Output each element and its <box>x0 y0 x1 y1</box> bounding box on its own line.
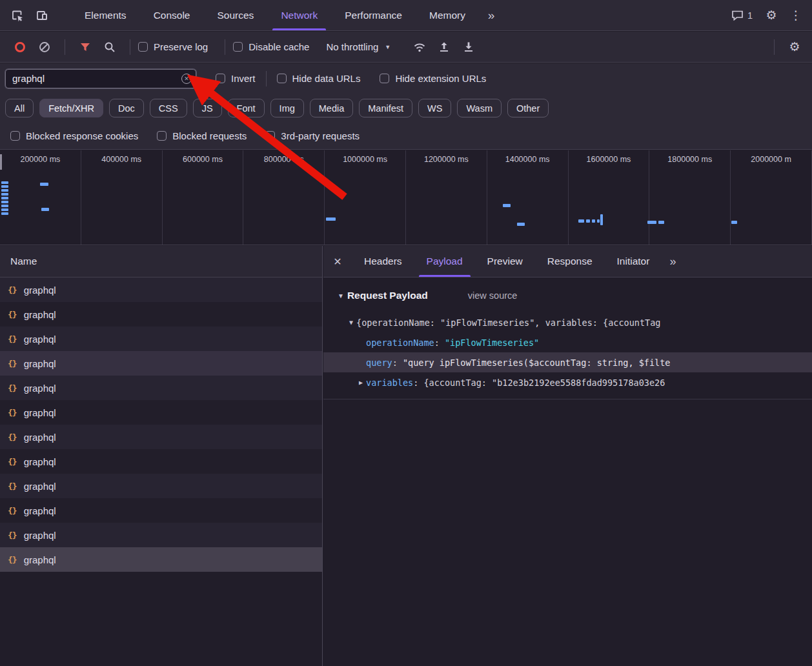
chip-doc[interactable]: Doc <box>109 99 144 117</box>
request-row[interactable]: {}graphql <box>0 278 322 302</box>
collapse-triangle-icon[interactable]: ▼ <box>338 292 344 299</box>
network-overview-timeline[interactable]: 200000 ms 400000 ms 600000 ms 800000 ms … <box>0 150 812 245</box>
checkbox-box[interactable] <box>138 42 148 52</box>
hide-data-urls-checkbox[interactable]: Hide data URLs <box>277 73 361 84</box>
expand-triangle-icon[interactable]: ▶ <box>359 379 363 386</box>
import-har-icon[interactable] <box>432 35 456 59</box>
tab-performance[interactable]: Performance <box>331 0 416 30</box>
chip-other[interactable]: Other <box>507 99 549 117</box>
payload-operation-row[interactable]: operationName: "ipFlowTimeseries" <box>323 332 812 352</box>
request-row[interactable]: {}graphql <box>0 474 322 498</box>
request-row[interactable]: {}graphql <box>0 400 322 425</box>
blocked-requests-checkbox[interactable]: Blocked requests <box>157 130 247 141</box>
tab-network[interactable]: Network <box>267 0 331 30</box>
chip-media[interactable]: Media <box>310 99 354 117</box>
timeline-request-bar[interactable] <box>658 221 664 224</box>
device-toolbar-icon[interactable] <box>30 3 54 28</box>
timeline-request-bar[interactable] <box>647 221 656 224</box>
timeline-request-bar[interactable] <box>592 219 595 223</box>
tab-preview[interactable]: Preview <box>475 246 535 277</box>
filter-input[interactable] <box>5 69 196 88</box>
clear-network-log-button[interactable] <box>32 35 57 59</box>
request-row-selected[interactable]: {}graphql <box>0 547 322 572</box>
timeline-request-bar[interactable] <box>731 221 737 224</box>
chip-fetch-xhr[interactable]: Fetch/XHR <box>39 99 103 117</box>
tab-initiator[interactable]: Initiator <box>605 246 662 277</box>
checkbox-box[interactable] <box>233 42 243 52</box>
checkbox-box[interactable] <box>157 131 167 141</box>
timeline-request-bar[interactable] <box>326 217 336 221</box>
preserve-log-checkbox[interactable]: Preserve log <box>138 41 208 52</box>
request-row[interactable]: {}graphql <box>0 425 322 449</box>
timeline-scroll-handle[interactable] <box>0 154 2 170</box>
timeline-request-bar[interactable] <box>1 212 8 215</box>
request-row[interactable]: {}graphql <box>0 376 322 400</box>
checkbox-box[interactable] <box>277 74 287 83</box>
tab-response[interactable]: Response <box>535 246 605 277</box>
more-detail-tabs-icon[interactable]: » <box>662 255 684 268</box>
tab-headers[interactable]: Headers <box>352 246 414 277</box>
third-party-requests-checkbox[interactable]: 3rd-party requests <box>265 130 360 141</box>
checkbox-box[interactable] <box>10 131 20 141</box>
chip-manifest[interactable]: Manifest <box>359 99 412 117</box>
timeline-request-bar[interactable] <box>586 219 590 223</box>
timeline-request-bar[interactable] <box>1 208 8 211</box>
clear-filter-icon[interactable]: ✕ <box>181 74 192 84</box>
timeline-request-bar[interactable] <box>1 185 8 188</box>
timeline-request-bar[interactable] <box>1 181 8 184</box>
more-panels-icon[interactable]: » <box>479 3 503 28</box>
invert-checkbox[interactable]: Invert <box>216 73 256 84</box>
settings-gear-icon[interactable]: ⚙ <box>759 3 784 28</box>
chip-ws[interactable]: WS <box>418 99 451 117</box>
timeline-request-bar[interactable] <box>597 219 600 223</box>
search-icon[interactable] <box>97 35 122 59</box>
hide-extension-urls-checkbox[interactable]: Hide extension URLs <box>380 73 486 84</box>
console-messages-button[interactable]: 1 <box>725 10 759 21</box>
expand-triangle-icon[interactable]: ▼ <box>349 319 353 326</box>
kebab-menu-icon[interactable]: ⋮ <box>784 3 808 28</box>
checkbox-box[interactable] <box>216 74 225 83</box>
network-settings-gear-icon[interactable]: ⚙ <box>782 35 807 59</box>
timeline-request-bar[interactable] <box>517 223 525 226</box>
inspect-element-icon[interactable] <box>5 3 30 28</box>
request-row[interactable]: {}graphql <box>0 449 322 474</box>
export-har-icon[interactable] <box>456 35 481 59</box>
chip-wasm[interactable]: Wasm <box>457 99 502 117</box>
throttling-dropdown[interactable]: No throttling ▼ <box>326 41 391 52</box>
chip-all[interactable]: All <box>5 99 34 117</box>
chip-font[interactable]: Font <box>228 99 265 117</box>
disable-cache-checkbox[interactable]: Disable cache <box>233 41 309 52</box>
timeline-request-bar[interactable] <box>600 214 603 225</box>
timeline-request-bar[interactable] <box>41 208 49 211</box>
filter-funnel-icon[interactable] <box>73 35 97 59</box>
timeline-request-bar[interactable] <box>578 219 584 223</box>
name-column-header[interactable]: Name <box>0 246 322 278</box>
payload-root-row[interactable]: ▼ {operationName: "ipFlowTimeseries", va… <box>323 312 812 332</box>
timeline-request-bar[interactable] <box>1 193 8 196</box>
timeline-request-bar[interactable] <box>503 204 511 207</box>
tab-sources[interactable]: Sources <box>204 0 268 30</box>
payload-query-row[interactable]: query: "query ipFlowTimeseries($accountT… <box>323 352 812 372</box>
blocked-response-cookies-checkbox[interactable]: Blocked response cookies <box>10 130 138 141</box>
tab-payload[interactable]: Payload <box>414 246 475 277</box>
checkbox-box[interactable] <box>380 74 389 83</box>
tab-elements[interactable]: Elements <box>71 0 140 30</box>
checkbox-box[interactable] <box>265 131 275 141</box>
request-row[interactable]: {}graphql <box>0 302 322 327</box>
timeline-request-bar[interactable] <box>1 189 8 192</box>
request-row[interactable]: {}graphql <box>0 327 322 351</box>
timeline-request-bar[interactable] <box>1 205 8 207</box>
request-row[interactable]: {}graphql <box>0 351 322 376</box>
chip-img[interactable]: Img <box>270 99 304 117</box>
payload-variables-row[interactable]: ▶variables: {accountTag: "b12e3b2192ee55… <box>323 372 812 392</box>
tab-memory[interactable]: Memory <box>416 0 479 30</box>
request-row[interactable]: {}graphql <box>0 523 322 547</box>
chip-css[interactable]: CSS <box>150 99 187 117</box>
tab-console[interactable]: Console <box>140 0 204 30</box>
timeline-request-bar[interactable] <box>1 201 8 203</box>
network-conditions-icon[interactable] <box>407 35 432 59</box>
close-detail-icon[interactable]: ✕ <box>323 246 352 277</box>
record-network-log-button[interactable] <box>8 35 32 59</box>
view-source-link[interactable]: view source <box>468 290 518 301</box>
chip-js[interactable]: JS <box>193 99 222 117</box>
